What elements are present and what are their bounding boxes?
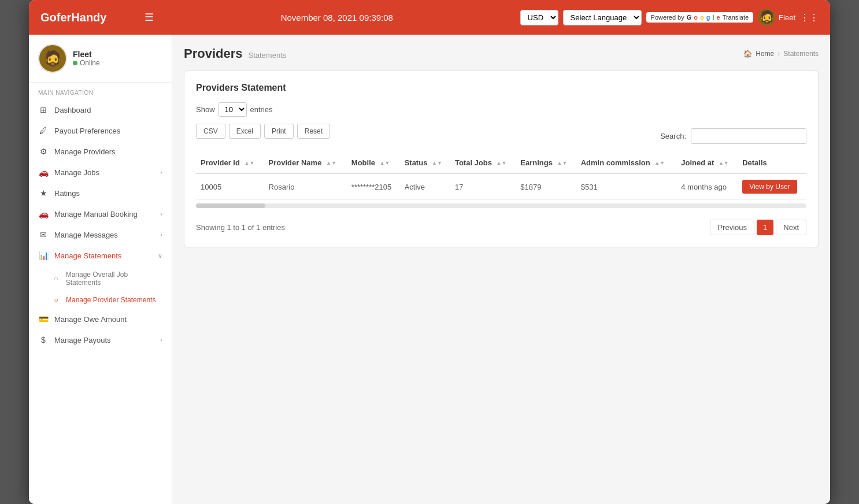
table-row: 10005 Rosario ********2105 Active 17 $18…: [196, 173, 806, 200]
entries-select[interactable]: 10 25 50: [219, 102, 247, 117]
header-right: USD EUR Select Language Powered by Googl…: [520, 9, 819, 26]
scroll-thumb[interactable]: [196, 203, 265, 208]
sidebar-item-statements[interactable]: 📊 Manage Statements ∨: [29, 245, 172, 266]
sidebar-subitem-overall-job[interactable]: ○ Manage Overall Job Statements: [29, 266, 172, 291]
sidebar-item-jobs[interactable]: 🚗 Manage Jobs ›: [29, 162, 172, 183]
reset-button[interactable]: Reset: [297, 124, 330, 139]
col-provider-name[interactable]: Provider Name ▲▼: [264, 153, 347, 173]
current-page[interactable]: 1: [757, 220, 773, 235]
ratings-icon: ★: [38, 188, 49, 198]
powered-by-badge: Powered by Google Translate: [646, 12, 754, 23]
sidebar-item-label: Manage Payouts: [54, 336, 111, 344]
col-details: Details: [738, 153, 806, 173]
cell-provider-name: Rosario: [264, 173, 347, 200]
breadcrumb-separator: ›: [777, 50, 780, 58]
entries-label: entries: [250, 105, 273, 114]
col-status[interactable]: Status ▲▼: [400, 153, 450, 173]
payouts-icon: $: [38, 335, 49, 344]
profile-info: Fleet Online: [73, 50, 100, 67]
sort-icon: ▲▼: [380, 161, 390, 166]
table-scrollbar[interactable]: [196, 203, 806, 208]
payout-icon: 🖊: [38, 126, 49, 135]
google-g: G: [687, 14, 692, 21]
sidebar-item-providers[interactable]: ⚙ Manage Providers: [29, 141, 172, 162]
cell-earnings: $1879: [516, 173, 576, 200]
manual-booking-icon: 🚗: [38, 209, 49, 218]
jobs-icon: 🚗: [38, 168, 49, 177]
cell-details: View by User: [738, 173, 806, 200]
col-total-jobs[interactable]: Total Jobs ▲▼: [450, 153, 516, 173]
sidebar-item-label: Manage Owe Amount: [54, 315, 127, 324]
nav-section-label: MAIN NAVIGATION: [29, 83, 172, 99]
search-area: Search:: [660, 128, 806, 144]
header: GoferHandy ☰ November 08, 2021 09:39:08 …: [29, 0, 830, 35]
csv-button[interactable]: CSV: [196, 124, 225, 139]
print-button[interactable]: Print: [264, 124, 294, 139]
sidebar-item-dashboard[interactable]: ⊞ Dashboard: [29, 99, 172, 120]
user-avatar: 🧔: [758, 9, 775, 26]
sidebar-item-payouts[interactable]: $ Manage Payouts ›: [29, 329, 172, 350]
breadcrumb-home[interactable]: Home: [756, 50, 774, 58]
sidebar-avatar: 🧔: [38, 44, 67, 73]
sidebar-item-label: Manage Jobs: [54, 168, 99, 177]
chevron-down-icon: ∨: [158, 252, 162, 260]
subitem-label: Manage Provider Statements: [66, 296, 155, 304]
subitem-label: Manage Overall Job Statements: [66, 270, 162, 287]
app-window: GoferHandy ☰ November 08, 2021 09:39:08 …: [29, 0, 830, 504]
cell-provider-id: 10005: [196, 173, 264, 200]
statements-submenu: ○ Manage Overall Job Statements ○ Manage…: [29, 266, 172, 309]
sidebar-item-label: Manage Messages: [54, 231, 118, 239]
sidebar-item-manual-booking[interactable]: 🚗 Manage Manual Booking ›: [29, 203, 172, 224]
page-header: Providers Statements 🏠 Home › Statements: [184, 46, 819, 61]
sort-icon: ▲▼: [719, 161, 729, 166]
google-g2: g: [706, 14, 710, 21]
previous-button[interactable]: Previous: [710, 220, 754, 235]
sidebar-profile: 🧔 Fleet Online: [29, 35, 172, 83]
breadcrumb: 🏠 Home › Statements: [743, 50, 819, 58]
page-title: Providers: [184, 46, 243, 61]
currency-select[interactable]: USD EUR: [520, 10, 558, 25]
next-button[interactable]: Next: [776, 220, 806, 235]
col-admin-commission[interactable]: Admin commission ▲▼: [576, 153, 677, 173]
status-label: Online: [80, 59, 100, 67]
view-by-user-button[interactable]: View by User: [742, 180, 797, 194]
chevron-icon: ›: [160, 169, 162, 176]
header-datetime: November 08, 2021 09:39:08: [165, 13, 509, 23]
sidebar-item-ratings[interactable]: ★ Ratings: [29, 183, 172, 203]
cell-status: Active: [400, 173, 450, 200]
sidebar-item-owe-amount[interactable]: 💳 Manage Owe Amount: [29, 309, 172, 329]
export-buttons: CSV Excel Print Reset: [196, 124, 330, 139]
excel-button[interactable]: Excel: [229, 124, 261, 139]
col-mobile[interactable]: Mobile ▲▼: [347, 153, 400, 173]
sidebar-subitem-provider-statements[interactable]: ○ Manage Provider Statements: [29, 291, 172, 309]
sidebar-item-label: Ratings: [54, 189, 80, 198]
providers-icon: ⚙: [38, 147, 49, 156]
google-l: l: [712, 14, 714, 21]
cell-admin-commission: $531: [576, 173, 677, 200]
google-o2: o: [700, 14, 704, 21]
sidebar-item-label: Payout Preferences: [54, 127, 120, 135]
table-footer: Showing 1 to 1 of 1 entries Previous 1 N…: [196, 220, 806, 235]
share-icon[interactable]: ⋮⋮: [800, 12, 819, 23]
search-input[interactable]: [691, 128, 806, 144]
sort-icon: ▲▼: [245, 161, 255, 166]
circle-icon: ○: [52, 275, 60, 283]
powered-label: Powered by: [651, 14, 684, 21]
sidebar-item-payout[interactable]: 🖊 Payout Preferences: [29, 120, 172, 141]
language-select[interactable]: Select Language: [563, 10, 642, 25]
google-o: o: [694, 14, 698, 21]
page-title-area: Providers Statements: [184, 46, 286, 61]
menu-icon[interactable]: ☰: [145, 11, 154, 24]
sidebar-item-messages[interactable]: ✉ Manage Messages ›: [29, 224, 172, 245]
owe-amount-icon: 💳: [38, 314, 49, 324]
col-provider-id[interactable]: Provider id ▲▼: [196, 153, 264, 173]
sort-icon: ▲▼: [654, 161, 665, 166]
sort-icon: ▲▼: [497, 161, 507, 166]
user-menu[interactable]: 🧔 Fleet: [758, 9, 795, 26]
col-joined-at[interactable]: Joined at ▲▼: [676, 153, 738, 173]
chevron-icon: ›: [160, 210, 162, 217]
chevron-icon: ›: [160, 336, 162, 343]
home-icon: 🏠: [743, 50, 752, 58]
showing-text: Showing 1 to 1 of 1 entries: [196, 223, 285, 232]
col-earnings[interactable]: Earnings ▲▼: [516, 153, 576, 173]
